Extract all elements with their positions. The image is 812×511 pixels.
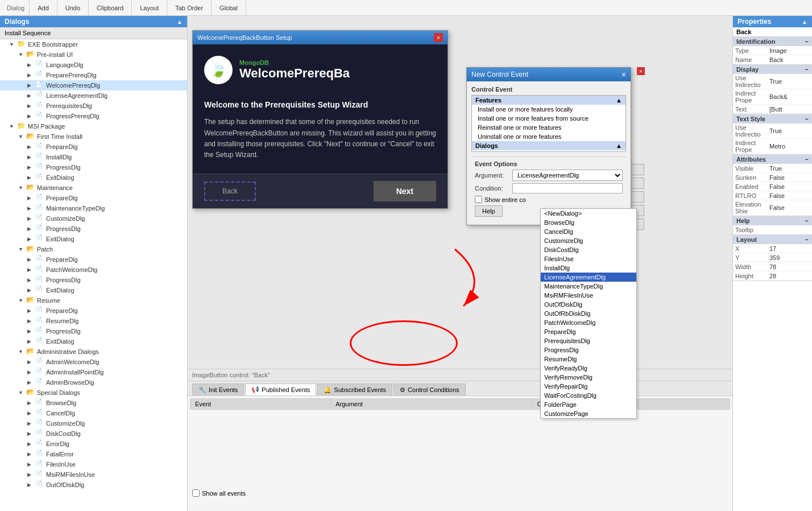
tree-item-prepare-dlg3[interactable]: ▶ 📄 PrepareDlg [0, 254, 187, 265]
dropdown-customize-page[interactable]: CustomizePage [541, 409, 636, 418]
toolbar-undo-button[interactable]: Undo [62, 3, 84, 13]
tree-item-admin-install-point-dlg[interactable]: ▶ 📄 AdminInstallPointDlg [0, 367, 187, 377]
back-button[interactable]: Back [204, 182, 256, 201]
dropdown-out-of-disk-dlg[interactable]: OutOfDiskDlg [541, 300, 636, 309]
tree-item-exit-dialog2[interactable]: ▶ 📄 ExitDialog [0, 234, 187, 244]
tree-item-prepare-dlg4[interactable]: ▶ 📄 PrepareDlg [0, 306, 187, 316]
tree-item-resume-dlg[interactable]: ▶ 📄 ResumeDlg [0, 316, 187, 326]
features-item-1[interactable]: Install one or more features from source [472, 114, 625, 123]
tree-toggle[interactable]: ▶ [27, 93, 35, 98]
tree-item-progress-prereq-dlg[interactable]: ▶ 📄 ProgressPrereqDlg [0, 111, 187, 121]
tree-item-exit-dialog1[interactable]: ▶ 📄 ExitDialog [0, 172, 187, 183]
tree-item-welcome-prereq-dlg[interactable]: ▶ 📄 WelcomePrereqDlg [0, 80, 187, 90]
tree-item-first-time-install[interactable]: ▼ 📂 First Time Install [0, 131, 187, 142]
features-group[interactable]: Features ▲ [472, 96, 625, 105]
dialog-close-button[interactable]: × [434, 33, 443, 42]
tab-init-events[interactable]: 🔧 Init Events [192, 384, 244, 395]
dropdown-prepare-dlg[interactable]: PrepareDlg [541, 327, 636, 336]
dropdown-files-in-use[interactable]: FilesInUse [541, 254, 636, 263]
tree-toggle[interactable]: ▼ [18, 134, 26, 139]
tree-item-admin-welcome-dlg[interactable]: ▶ 📄 AdminWelcomeDlg [0, 357, 187, 367]
tree-item-browse-dlg[interactable]: ▶ 📄 BrowseDlg [0, 398, 187, 408]
tree-item-progress-dlg3[interactable]: ▶ 📄 ProgressDlg [0, 275, 187, 285]
tree-toggle[interactable]: ▶ [27, 62, 35, 68]
prop-section-text-style-header[interactable]: Text Style − [733, 114, 812, 123]
tree-item-license-agreement-dlg[interactable]: ▶ 📄 LicenseAgreementDlg [0, 90, 187, 101]
toolbar-add-button[interactable]: Add [34, 3, 52, 13]
prop-section-help-header[interactable]: Help − [733, 216, 812, 225]
tree-item-customize-dlg1[interactable]: ▶ 📄 CustomizeDlg [0, 213, 187, 224]
tree-item-disk-cost-dlg[interactable]: ▶ 📄 DiskCostDlg [0, 428, 187, 439]
dropdown-verify-repair-dlg[interactable]: VerifyRepairDlg [541, 382, 636, 391]
next-button[interactable]: Next [374, 181, 436, 201]
prop-section-attributes-header[interactable]: Attributes − [733, 155, 812, 164]
features-item-3[interactable]: Uninstall one or more features [472, 132, 625, 141]
tree-item-prepare-dlg1[interactable]: ▶ 📄 PrepareDlg [0, 142, 187, 152]
dropdown-diskcost-dlg[interactable]: DiskCostDlg [541, 245, 636, 254]
tree-item-prepare-prereq-dlg[interactable]: ▶ 📄 PreparePrereqDlg [0, 70, 187, 80]
toolbar-taborder-button[interactable]: Tab Order [172, 3, 206, 13]
tree-item-files-in-use[interactable]: ▶ 📄 FilesInUse [0, 459, 187, 469]
nce-help-button[interactable]: Help [475, 205, 503, 217]
dropdown-msi-rm-files[interactable]: MsiRMFilesInUse [541, 291, 636, 300]
tree-item-language-dlg[interactable]: ▶ 📄 LanguageDlg [0, 60, 187, 70]
tree-toggle[interactable]: ▶ [27, 103, 35, 109]
tree-item-exit-dialog4[interactable]: ▶ 📄 ExitDialog [0, 336, 187, 347]
condition-input[interactable] [512, 183, 623, 193]
dialogs-group[interactable]: Dialogs ▲ [472, 141, 625, 150]
toolbar-layout-button[interactable]: Layout [136, 3, 162, 13]
tree-item-error-dlg[interactable]: ▶ 📄 ErrorDlg [0, 439, 187, 449]
toolbar-clipboard-button[interactable]: Clipboard [93, 3, 127, 13]
tree-item-patch-welcome-dlg[interactable]: ▶ 📄 PatchWelcomeDlg [0, 265, 187, 275]
tree-item-progress-dlg1[interactable]: ▶ 📄 ProgressDlg [0, 162, 187, 172]
dropdown-maintenance-type-dlg[interactable]: MaintenanceTypeDlg [541, 282, 636, 291]
tree-item-special-dialogs[interactable]: ▼ 📂 Special Dialogs [0, 388, 187, 398]
features-item-2[interactable]: Reinstall one or more features [472, 123, 625, 132]
show-all-events-checkbox[interactable] [192, 489, 200, 497]
prop-section-identification-header[interactable]: Identification − [733, 37, 812, 46]
dropdown-progress-dlg[interactable]: ProgressDlg [541, 345, 636, 355]
dropdown-cancel-dlg[interactable]: CancelDlg [541, 227, 636, 236]
tree-item-pre-install-ui[interactable]: ▼ 📂 Pre-install UI [0, 50, 187, 60]
dropdown-license-agreement-dlg[interactable]: LicenseAgreementDlg [541, 273, 636, 282]
dropdown-wait-for-costing-dlg[interactable]: WaitForCostingDlg [541, 391, 636, 400]
dialogs-item-0[interactable]: Display a specific dialog [472, 150, 625, 152]
show-entire-condition-checkbox[interactable] [475, 196, 482, 203]
tree-item-prerequisites-dlg[interactable]: ▶ 📄 PrerequisitesDlg [0, 101, 187, 111]
tree-item-patch[interactable]: ▼ 📂 Patch [0, 244, 187, 254]
properties-collapse-button[interactable]: ▲ [802, 18, 807, 26]
tree-toggle[interactable]: ▼ [9, 123, 17, 129]
tree-toggle[interactable]: ▶ [27, 113, 35, 119]
tree-item-progress-dlg2[interactable]: ▶ 📄 ProgressDlg [0, 224, 187, 234]
prop-section-display-header[interactable]: Display − [733, 65, 812, 74]
features-item-0[interactable]: Install one or more features locally [472, 105, 625, 114]
dropdown-verify-ready-dlg[interactable]: VerifyReadyDlg [541, 364, 636, 373]
tree-item-customize-dlg2[interactable]: ▶ 📄 CustomizeDlg [0, 418, 187, 428]
tree-toggle[interactable]: ▼ [9, 42, 17, 47]
dropdown-prerequisites-dlg[interactable]: PrerequisitesDlg [541, 336, 636, 345]
dropdown-patch-welcome-dlg[interactable]: PatchWelcomeDlg [541, 318, 636, 327]
tree-item-admin-browse-dlg[interactable]: ▶ 📄 AdminBrowseDlg [0, 377, 187, 388]
tree-item-maintenance[interactable]: ▼ 📂 Maintenance [0, 183, 187, 193]
dropdown-resume-dlg[interactable]: ResumeDlg [541, 355, 636, 364]
tab-published-events[interactable]: 📢 Published Events [245, 384, 316, 395]
tree-item-maintenance-type-dlg[interactable]: ▶ 📄 MaintenanceTypeDlg [0, 203, 187, 213]
nce-error-close[interactable]: × [637, 67, 645, 75]
dropdown-new-dialog[interactable]: <NewDialog> [541, 209, 636, 218]
tree-toggle[interactable]: ▼ [18, 52, 26, 57]
dropdown-verify-remove-dlg[interactable]: VerifyRemoveDlg [541, 373, 636, 382]
dropdown-install-dlg[interactable]: InstallDlg [541, 263, 636, 273]
argument-dropdown[interactable]: <NewDialog> BrowseDlg CancelDlg Customiz… [512, 170, 623, 181]
tree-item-progress-dlg4[interactable]: ▶ 📄 ProgressDlg [0, 326, 187, 336]
tab-control-conditions[interactable]: ⚙ Control Conditions [393, 384, 466, 395]
tree-item-administrative-dialogs[interactable]: ▼ 📂 Administrative Dialogs [0, 347, 187, 357]
dropdown-customize-dlg[interactable]: CustomizeDlg [541, 236, 636, 245]
dropdown-out-of-rb-disk-dlg[interactable]: OutOfRbDiskDlg [541, 309, 636, 318]
nce-close-button[interactable]: × [622, 70, 626, 79]
collapse-button[interactable]: ▲ [177, 19, 183, 25]
tree-toggle[interactable]: ▶ [27, 83, 35, 88]
tree-item-msi-package[interactable]: ▼ 📁 MSI Package [0, 121, 187, 131]
tree-item-exe-bootstrapper[interactable]: ▼ 📁 EXE Bootstrapper [0, 39, 187, 50]
dropdown-browse-dlg[interactable]: BrowseDlg [541, 218, 636, 227]
tree-item-fatal-error[interactable]: ▶ 📄 FatalError [0, 449, 187, 459]
